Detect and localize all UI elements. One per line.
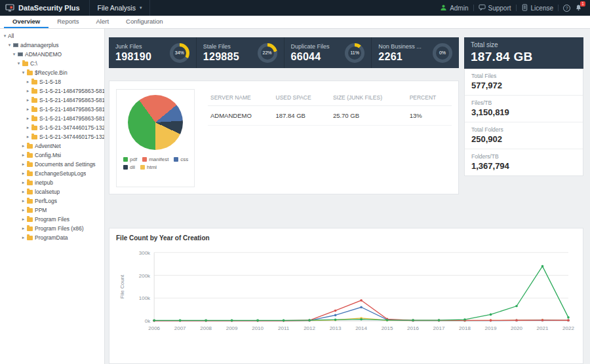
caret-down-icon[interactable]: ▾ <box>2 33 8 39</box>
table-cell: 187.84 GB <box>273 106 330 126</box>
caret-down-icon[interactable]: ▾ <box>7 43 12 48</box>
tree-item-program-files[interactable]: ▸Program Files <box>0 215 104 224</box>
tree-item-perflogs[interactable]: ▸PerfLogs <box>0 196 104 206</box>
tree-item-ppm[interactable]: ▸PPM <box>0 206 104 215</box>
caret-right-icon[interactable]: ▸ <box>25 134 31 139</box>
tree-item-c[interactable]: ▾C:\ <box>0 59 104 68</box>
tree-item-label: All <box>8 33 14 39</box>
tree-item-programdata[interactable]: ▸ProgramData <box>0 233 104 242</box>
folder-icon <box>27 199 33 204</box>
tree-item-exchangesetuplogs[interactable]: ▸ExchangeSetupLogs <box>0 169 104 178</box>
notification-badge: 1 <box>580 1 585 7</box>
summary-row-value: 577,972 <box>471 81 576 90</box>
admin-menu[interactable]: Admin <box>440 4 468 12</box>
tab-alert[interactable]: Alert <box>88 16 118 28</box>
caret-right-icon[interactable]: ▸ <box>20 180 26 185</box>
tab-overview[interactable]: Overview <box>4 16 49 28</box>
legend-label: html <box>147 164 157 170</box>
tree-item-documents-and-settings[interactable]: ▸Documents and Settings <box>0 160 104 169</box>
caret-right-icon[interactable]: ▸ <box>20 226 26 231</box>
tree-item-inetpub[interactable]: ▸inetpub <box>0 178 104 187</box>
tree-item-config-msi[interactable]: ▸Config.Msi <box>0 151 104 160</box>
license-document-icon <box>521 4 528 12</box>
tree-item-s-1-5-21-3474460175-132841[interactable]: ▸S-1-5-21-3474460175-132841 <box>0 123 104 132</box>
server-table: SERVER NAMEUSED SPACESIZE (JUNK FILES)PE… <box>208 90 452 126</box>
stat-card-stale-files[interactable]: Stale Files12988522% <box>197 37 285 68</box>
topbar-right: Admin Support License ? 1 <box>440 4 585 12</box>
svg-text:2010: 2010 <box>252 325 264 331</box>
tree-item-label: inetpub <box>35 179 53 186</box>
tabbar: OverviewReportsAlertConfiguration <box>0 16 590 29</box>
tree-item-recycle-bin[interactable]: ▾$Recycle.Bin <box>0 68 104 77</box>
tree-item-admanagerplus[interactable]: ▾admanagerplus <box>0 41 104 50</box>
caret-down-icon[interactable]: ▾ <box>16 61 22 66</box>
caret-right-icon[interactable]: ▸ <box>20 171 26 176</box>
table-cell: ADMANDEMO <box>208 106 273 126</box>
tree-item-s-1-5-21-1484795863-581620[interactable]: ▸S-1-5-21-1484795863-581620 <box>0 114 104 123</box>
stat-card-non-business[interactable]: Non Business ...22610% <box>372 37 459 68</box>
svg-text:2014: 2014 <box>355 325 367 331</box>
caret-right-icon[interactable]: ▸ <box>20 153 26 158</box>
tree-item-all[interactable]: ▾All <box>0 31 104 41</box>
gauge-percent-label: 34% <box>173 46 186 60</box>
tree-item-s-1-5-21-1484795863-581620[interactable]: ▸S-1-5-21-1484795863-581620 <box>0 96 104 105</box>
caret-right-icon[interactable]: ▸ <box>20 189 26 194</box>
tree-item-program-files-x86[interactable]: ▸Program Files (x86) <box>0 224 104 233</box>
folder-icon <box>27 217 33 222</box>
caret-right-icon[interactable]: ▸ <box>20 208 26 213</box>
caret-right-icon[interactable]: ▸ <box>20 143 26 149</box>
stat-card-title: Stale Files <box>203 43 239 50</box>
caret-right-icon[interactable]: ▸ <box>25 125 31 130</box>
caret-right-icon[interactable]: ▸ <box>25 116 31 121</box>
caret-right-icon[interactable]: ▸ <box>20 217 26 222</box>
license-menu[interactable]: License <box>521 4 553 12</box>
svg-text:2007: 2007 <box>174 325 186 331</box>
tree-item-label: Program Files <box>35 216 69 223</box>
file-count-line-chart[interactable]: 0k100k200k300k20062007200820092010201120… <box>116 244 576 344</box>
caret-right-icon[interactable]: ▸ <box>25 107 31 112</box>
chart-gridlines: 0k100k200k300k <box>139 250 568 324</box>
summary-row-files-tb: Files/TB3,150,819 <box>465 96 583 122</box>
caret-right-icon[interactable]: ▸ <box>20 235 26 240</box>
help-icon[interactable]: ? <box>563 5 570 12</box>
folder-icon <box>31 89 37 94</box>
tree-item-s-1-5-21-1484795863-581620[interactable]: ▸S-1-5-21-1484795863-581620 <box>0 105 104 114</box>
tree-item-label: S-1-5-21-3474460175-132841 <box>39 134 104 140</box>
stat-card-junk-files[interactable]: Junk Files19819034% <box>109 37 197 68</box>
legend-swatch <box>123 157 128 162</box>
svg-text:2006: 2006 <box>148 325 160 331</box>
tree-item-label: PPM <box>35 207 47 213</box>
tree-item-admandemo[interactable]: ▾ADMANDEMO <box>0 50 104 59</box>
folder-icon <box>31 80 37 84</box>
tree-item-label: ADMANDEMO <box>25 51 62 58</box>
caret-right-icon[interactable]: ▸ <box>20 198 26 204</box>
folder-icon <box>31 135 37 139</box>
caret-down-icon[interactable]: ▾ <box>20 70 26 75</box>
caret-down-icon[interactable]: ▾ <box>11 52 17 57</box>
tree-item-s-1-5-21-1484795863-581620[interactable]: ▸S-1-5-21-1484795863-581620 <box>0 86 104 96</box>
tab-configuration[interactable]: Configuration <box>117 16 172 28</box>
caret-right-icon[interactable]: ▸ <box>25 98 31 103</box>
legend-label: manifest <box>149 156 168 162</box>
module-selector[interactable]: File Analysis ▾ <box>89 0 151 16</box>
stat-card-value: 2261 <box>378 51 422 63</box>
caret-right-icon[interactable]: ▸ <box>20 162 26 167</box>
support-menu[interactable]: Support <box>479 4 511 12</box>
svg-text:2020: 2020 <box>511 325 522 331</box>
tree-item-label: admanagerplus <box>20 42 59 48</box>
caret-right-icon[interactable]: ▸ <box>25 88 31 94</box>
stat-card-duplicate-files[interactable]: Duplicate Files6604411% <box>285 37 372 68</box>
caret-right-icon[interactable]: ▸ <box>25 79 31 84</box>
tab-reports[interactable]: Reports <box>49 16 87 28</box>
tree-item-label: S-1-5-21-3474460175-132841 <box>39 124 104 131</box>
legend-item-pdf: pdf <box>123 156 137 162</box>
notifications-button[interactable]: 1 <box>575 4 582 12</box>
tree-item-s-1-5-21-3474460175-132841[interactable]: ▸S-1-5-21-3474460175-132841 <box>0 132 104 141</box>
tree-item-s-1-5-18[interactable]: ▸S-1-5-18 <box>0 77 104 86</box>
total-size-value: 187.84 GB <box>471 50 577 64</box>
tree-item-localsetup[interactable]: ▸localsetup <box>0 187 104 196</box>
tree-item-adventnet[interactable]: ▸AdventNet <box>0 141 104 151</box>
stat-card-text: Duplicate Files66044 <box>291 43 330 63</box>
file-type-pie-chart[interactable] <box>128 95 183 150</box>
svg-text:2022: 2022 <box>562 325 574 331</box>
